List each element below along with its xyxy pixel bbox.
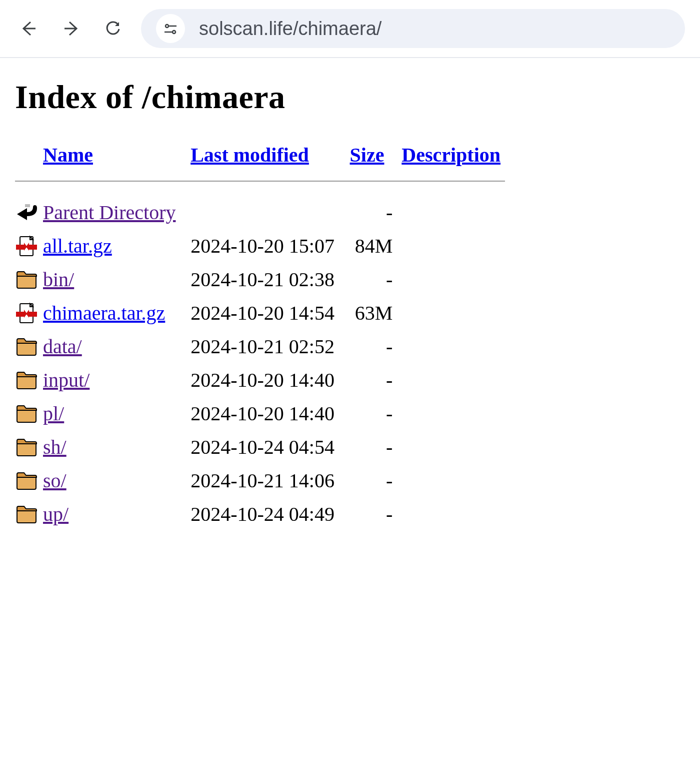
folder-icon-cell: [15, 263, 43, 296]
entry-modified: 2024-10-24 04:49: [190, 497, 350, 531]
entry-description: [402, 196, 514, 229]
entry-modified: 2024-10-21 02:38: [190, 263, 350, 296]
table-row: pl/2024-10-20 14:40-: [15, 397, 514, 430]
entry-link[interactable]: sh/: [43, 436, 66, 458]
url-text: solscan.life/chimaera/: [199, 18, 382, 40]
arrow-left-icon: [20, 20, 38, 37]
entry-description: [402, 464, 514, 497]
header-row: Name Last modified Size Description: [15, 140, 514, 173]
entry-size: -: [350, 430, 402, 464]
back-icon-cell: [15, 196, 43, 229]
folder-icon-cell: [15, 497, 43, 531]
entry-size: 84M: [350, 229, 402, 263]
folder-icon: [15, 469, 38, 492]
table-row: so/2024-10-21 14:06-: [15, 464, 514, 497]
sort-name-link[interactable]: Name: [43, 144, 93, 166]
entry-size: -: [350, 196, 402, 229]
tune-icon: [163, 21, 178, 36]
entry-description: [402, 330, 514, 363]
archive-icon-cell: [15, 296, 43, 330]
entry-description: [402, 430, 514, 464]
sort-description-link[interactable]: Description: [402, 144, 500, 166]
back-button[interactable]: [15, 15, 43, 43]
folder-icon-cell: [15, 430, 43, 464]
entry-link[interactable]: so/: [43, 469, 66, 492]
folder-icon-cell: [15, 397, 43, 430]
entry-modified: 2024-10-20 14:54: [190, 296, 350, 330]
entry-description: [402, 229, 514, 263]
entry-modified: 2024-10-20 15:07: [190, 229, 350, 263]
sort-size-link[interactable]: Size: [350, 144, 384, 166]
col-description: Description: [402, 140, 514, 173]
back-icon: [15, 201, 38, 224]
reload-button[interactable]: [99, 15, 127, 43]
folder-icon-cell: [15, 464, 43, 497]
folder-icon-cell: [15, 330, 43, 363]
entry-link[interactable]: bin/: [43, 268, 74, 291]
entry-size: -: [350, 330, 402, 363]
col-modified: Last modified: [190, 140, 350, 173]
entry-size: -: [350, 397, 402, 430]
entry-description: [402, 497, 514, 531]
entry-modified: 2024-10-20 14:40: [190, 397, 350, 430]
entry-size: -: [350, 363, 402, 397]
archive-icon: [15, 302, 38, 325]
address-bar[interactable]: solscan.life/chimaera/: [141, 9, 685, 48]
entry-size: 63M: [350, 296, 402, 330]
archive-icon: [15, 235, 38, 258]
entry-link[interactable]: input/: [43, 369, 90, 391]
table-row: up/2024-10-24 04:49-: [15, 497, 514, 531]
arrow-right-icon: [62, 20, 80, 37]
folder-icon-cell: [15, 363, 43, 397]
entry-description: [402, 397, 514, 430]
entry-link[interactable]: pl/: [43, 402, 64, 425]
entry-link[interactable]: up/: [43, 503, 68, 525]
folder-icon: [15, 402, 38, 425]
folder-icon: [15, 268, 38, 291]
entry-description: [402, 296, 514, 330]
table-row: chimaera.tar.gz2024-10-20 14:5463M: [15, 296, 514, 330]
entry-description: [402, 263, 514, 296]
folder-icon: [15, 503, 38, 526]
entry-link[interactable]: Parent Directory: [43, 201, 176, 224]
entry-size: -: [350, 263, 402, 296]
entry-size: -: [350, 497, 402, 531]
table-row: sh/2024-10-24 04:54-: [15, 430, 514, 464]
forward-button[interactable]: [57, 15, 85, 43]
entry-modified: 2024-10-21 02:52: [190, 330, 350, 363]
header-separator: [15, 181, 505, 182]
table-row: Parent Directory-: [15, 196, 514, 229]
browser-toolbar: solscan.life/chimaera/: [0, 0, 700, 58]
entry-modified: 2024-10-24 04:54: [190, 430, 350, 464]
table-row: all.tar.gz2024-10-20 15:0784M: [15, 229, 514, 263]
entry-modified: 2024-10-20 14:40: [190, 363, 350, 397]
entry-link[interactable]: all.tar.gz: [43, 235, 112, 257]
directory-listing: Name Last modified Size Description Pare…: [15, 140, 514, 531]
page-title: Index of /chimaera: [15, 78, 685, 116]
page-body: Index of /chimaera Name Last modified Si…: [0, 58, 700, 551]
entry-link[interactable]: chimaera.tar.gz: [43, 302, 165, 324]
table-row: input/2024-10-20 14:40-: [15, 363, 514, 397]
entry-modified: [190, 196, 350, 229]
table-row: bin/2024-10-21 02:38-: [15, 263, 514, 296]
entry-size: -: [350, 464, 402, 497]
table-row: data/2024-10-21 02:52-: [15, 330, 514, 363]
entry-description: [402, 363, 514, 397]
sort-modified-link[interactable]: Last modified: [190, 144, 309, 166]
folder-icon: [15, 369, 38, 392]
folder-icon: [15, 335, 38, 358]
site-settings-button[interactable]: [156, 14, 185, 43]
col-name: Name: [43, 140, 190, 173]
col-size: Size: [350, 140, 402, 173]
folder-icon: [15, 436, 38, 459]
archive-icon-cell: [15, 229, 43, 263]
entry-link[interactable]: data/: [43, 335, 82, 358]
entry-modified: 2024-10-21 14:06: [190, 464, 350, 497]
reload-icon: [104, 20, 122, 37]
